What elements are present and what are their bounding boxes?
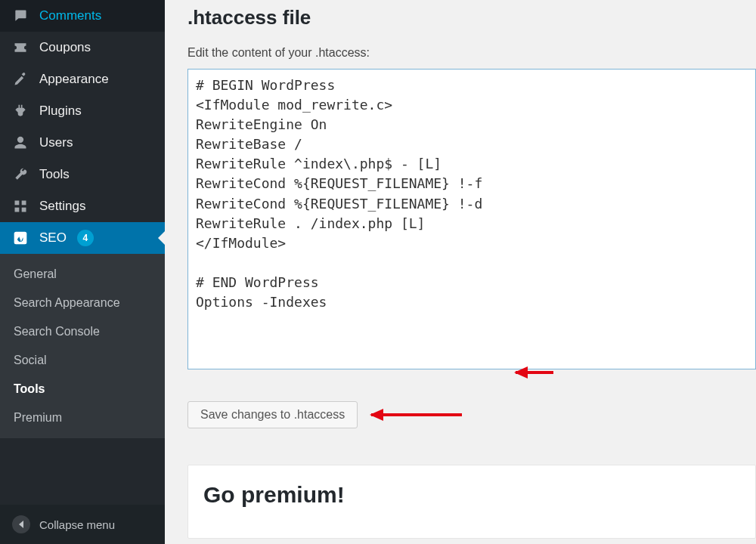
submenu-item-search-console[interactable]: Search Console [0,317,165,346]
sidebar-item-label: Tools [39,167,70,182]
seo-update-badge: 4 [77,230,94,246]
sidebar-item-users[interactable]: Users [0,127,165,159]
admin-menu: Comments Coupons Appearance Plugins [0,0,165,254]
premium-card: Go premium! [187,465,756,539]
comments-icon [12,8,29,24]
section-title: .htaccess file [187,6,756,29]
svg-rect-0 [15,201,20,206]
svg-rect-1 [22,201,26,206]
htaccess-editor-wrap [187,69,756,372]
submenu-item-social[interactable]: Social [0,346,165,375]
submenu-item-tools[interactable]: Tools [0,375,165,403]
svg-rect-3 [22,208,26,212]
sidebar-item-label: Coupons [39,40,91,55]
sidebar-item-coupons[interactable]: Coupons [0,32,165,63]
settings-icon [12,198,29,215]
submenu-item-premium[interactable]: Premium [0,403,165,432]
sidebar-item-label: Appearance [39,72,109,87]
htaccess-textarea[interactable] [187,69,756,369]
svg-rect-4 [14,232,27,245]
submenu-item-label: Search Console [14,325,100,338]
submenu-item-label: Tools [14,382,45,395]
main-content: .htaccess file Edit the content of your … [165,0,756,544]
seo-submenu: General Search Appearance Search Console… [0,254,165,438]
sidebar-item-appearance[interactable]: Appearance [0,63,165,95]
button-row: Save changes to .htaccess [187,401,756,428]
plugins-icon [12,103,29,119]
sidebar-item-settings[interactable]: Settings [0,190,165,222]
admin-sidebar: Comments Coupons Appearance Plugins [0,0,165,544]
sidebar-item-label: Plugins [39,104,82,119]
svg-rect-2 [15,208,20,212]
annotation-arrow-icon [371,413,462,416]
submenu-item-label: Search Appearance [14,296,120,309]
sidebar-item-label: Users [39,135,73,150]
collapse-menu-button[interactable]: Collapse menu [0,505,165,544]
sidebar-item-plugins[interactable]: Plugins [0,95,165,127]
section-description: Edit the content of your .htaccess: [187,46,756,60]
annotation-arrow-icon [516,371,553,374]
sidebar-item-tools[interactable]: Tools [0,159,165,190]
tools-icon [12,166,29,183]
coupons-icon [12,39,29,56]
sidebar-item-label: Comments [39,8,101,23]
sidebar-item-label: SEO [39,230,67,246]
submenu-item-label: Premium [14,411,62,424]
premium-card-title: Go premium! [203,482,740,508]
save-htaccess-button[interactable]: Save changes to .htaccess [187,401,358,428]
submenu-item-general[interactable]: General [0,260,165,289]
submenu-item-search-appearance[interactable]: Search Appearance [0,289,165,317]
collapse-label: Collapse menu [39,518,115,531]
seo-icon [12,230,29,246]
sidebar-item-comments[interactable]: Comments [0,0,165,32]
submenu-item-label: General [14,267,57,280]
appearance-icon [12,71,29,88]
users-icon [12,134,29,151]
collapse-icon [12,515,30,533]
app-root: Comments Coupons Appearance Plugins [0,0,756,544]
sidebar-item-seo[interactable]: SEO 4 [0,222,165,254]
sidebar-item-label: Settings [39,199,85,214]
submenu-item-label: Social [14,354,47,366]
